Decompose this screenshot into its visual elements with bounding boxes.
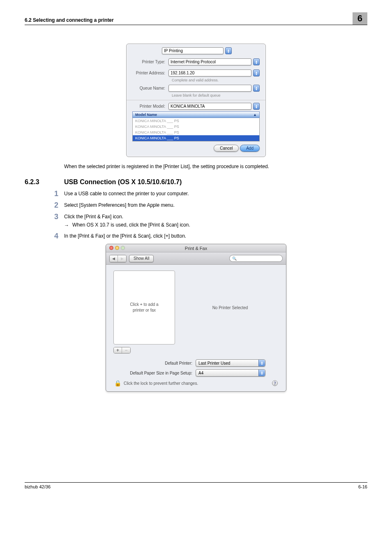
printer-list[interactable]: Click + to add a printer or fax (113, 271, 175, 345)
printer-detail-panel: No Printer Selected (182, 271, 279, 345)
add-button[interactable]: Add (240, 145, 260, 152)
show-all-button[interactable]: Show All (129, 255, 154, 262)
printer-list-hint-l1: Click + to add a (130, 302, 158, 308)
default-printer-label: Default Printer: (113, 361, 196, 365)
section-title: USB Connection (OS X 10.5/10.6/10.7) (64, 178, 182, 186)
zoom-icon[interactable] (121, 246, 125, 250)
add-printer-button[interactable]: + (114, 347, 122, 353)
updown-icon[interactable]: ▲▼ (225, 47, 232, 54)
remove-printer-button[interactable]: − (122, 347, 130, 353)
lock-text: Click the lock to prevent further change… (124, 381, 198, 386)
printer-list-hint-l2: printer or fax (133, 308, 156, 313)
lock-row[interactable]: 🔒 Click the lock to prevent further chan… (114, 380, 198, 386)
printer-type-label: Printer Type: (132, 60, 168, 64)
queue-name-input[interactable] (168, 85, 251, 92)
section-number: 6.2.3 (25, 178, 64, 186)
chapter-number-box: 6 (353, 12, 367, 25)
footer-right: 6-16 (358, 484, 367, 489)
model-row[interactable]: KONICA MINOLTA ___ PS (133, 130, 259, 135)
updown-icon: ▲▼ (258, 360, 265, 366)
sort-triangle-icon: ▲ (253, 113, 257, 117)
updown-icon[interactable]: ▲▼ (253, 103, 260, 110)
model-row[interactable]: KONICA MINOLTA ___ PS (133, 118, 259, 124)
address-helper: Complete and valid address. (172, 78, 260, 82)
step-number: 1 (54, 190, 64, 197)
updown-icon: ▲▼ (258, 370, 265, 376)
model-row-selected[interactable]: KONICA MINOLTA ___ PS (133, 135, 259, 141)
step-number: 2 (54, 201, 64, 209)
step-3-sub-text: When OS X 10.7 is used, click the [Print… (72, 222, 190, 228)
search-input[interactable]: 🔍 (229, 255, 283, 262)
page-footer: bizhub 42/36 6-16 (25, 482, 367, 489)
default-paper-select[interactable]: A4 ▲▼ (196, 369, 265, 377)
window-traffic-lights[interactable] (109, 246, 125, 250)
back-icon[interactable]: ◀ (110, 255, 118, 262)
help-button[interactable]: ? (272, 380, 278, 386)
minimize-icon[interactable] (115, 246, 119, 250)
print-and-fax-window: Print & Fax ◀ ▶ Show All 🔍 Click + to ad… (106, 244, 286, 392)
updown-icon[interactable]: ▲▼ (253, 58, 260, 65)
printer-model-label: Printer Model: (132, 104, 168, 109)
step-4-text: In the [Print & Fax] or the [Print & Sca… (64, 232, 367, 240)
model-row[interactable]: KONICA MINOLTA ___ PS (133, 124, 259, 130)
printer-model-select[interactable]: KONICA MINOLTA (168, 103, 251, 110)
step-1-text: Use a USB cable to connect the printer t… (64, 190, 367, 197)
step-3-text: Click the [Print & Fax] icon. (64, 214, 123, 220)
printer-type-select[interactable]: Internet Printing Protocol (168, 58, 251, 65)
forward-icon[interactable]: ▶ (118, 255, 126, 262)
printer-address-input[interactable]: 192.168.1.20 (168, 69, 251, 76)
updown-icon[interactable]: ▲▼ (253, 85, 260, 92)
post-dialog-note: When the selected printer is registered … (64, 164, 367, 169)
close-icon[interactable] (109, 246, 113, 250)
window-title: Print & Fax (185, 246, 207, 251)
add-printer-dialog: IP Printing ▲▼ Printer Type: Internet Pr… (126, 44, 266, 157)
lock-icon: 🔒 (114, 380, 121, 386)
toolbar: ◀ ▶ Show All 🔍 (106, 252, 286, 265)
printer-address-label: Printer Address: (132, 71, 168, 75)
step-number: 3 (54, 213, 64, 228)
dialog1-tab-label: IP Printing (164, 49, 183, 53)
model-table[interactable]: KONICA MINOLTA ___ PS KONICA MINOLTA ___… (132, 118, 260, 141)
default-printer-select[interactable]: Last Printer Used ▲▼ (196, 359, 265, 367)
page-header: 6.2 Selecting and connecting a printer 6 (25, 12, 367, 25)
footer-left: bizhub 42/36 (25, 484, 51, 489)
dialog1-tab-selector[interactable]: IP Printing (162, 47, 224, 54)
cancel-button[interactable]: Cancel (214, 145, 239, 152)
default-paper-label: Default Paper Size in Page Setup: (113, 371, 196, 375)
substep-arrow-icon: → (64, 222, 72, 228)
queue-helper: Leave blank for default queue (172, 93, 260, 97)
step-number: 4 (54, 232, 64, 240)
search-icon: 🔍 (232, 257, 237, 261)
add-remove-buttons: + − (113, 347, 131, 354)
model-table-header[interactable]: Model Name ▲ (132, 111, 260, 118)
nav-segmented[interactable]: ◀ ▶ (109, 255, 127, 262)
step-2-text: Select [System Preferences] from the App… (64, 201, 367, 209)
window-titlebar: Print & Fax (106, 244, 286, 252)
header-section-title: 6.2 Selecting and connecting a printer (25, 17, 114, 25)
no-printer-text: No Printer Selected (212, 305, 248, 310)
queue-name-label: Queue Name: (132, 86, 168, 90)
updown-icon[interactable]: ▲▼ (253, 69, 260, 76)
